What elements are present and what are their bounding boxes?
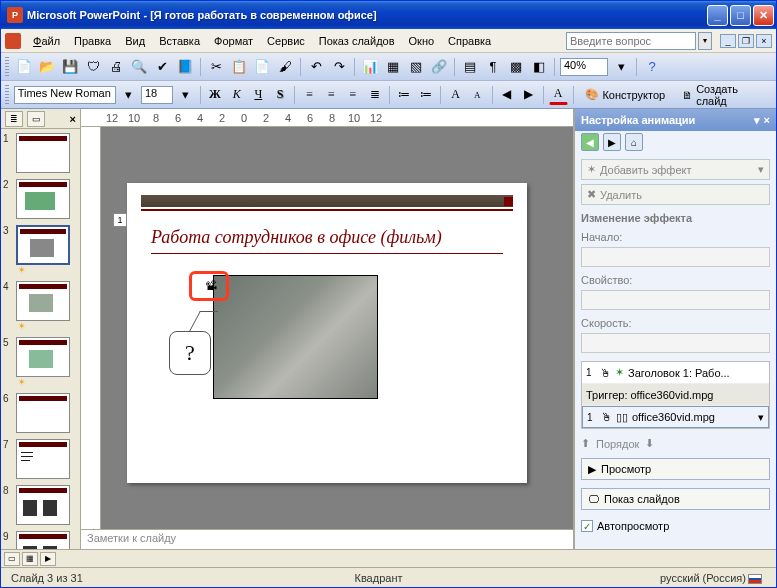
outline-close-button[interactable]: × [70,113,76,125]
menu-format[interactable]: Формат [208,33,259,49]
size-dropdown-icon[interactable]: ▾ [176,85,195,105]
slide-thumb-3[interactable] [16,225,70,265]
notes-pane[interactable]: Заметки к слайду [81,529,573,549]
distributed-button[interactable]: ≣ [365,85,384,105]
slide-thumb-2[interactable] [16,179,70,219]
menu-tools[interactable]: Сервис [261,33,311,49]
slide-thumb-6[interactable] [16,393,70,433]
close-button[interactable]: ✕ [753,5,774,26]
doc-control-icon[interactable] [5,33,21,49]
slide-thumb-9[interactable] [16,531,70,549]
undo-icon[interactable]: ↶ [306,57,326,77]
format-painter-icon[interactable]: 🖌 [275,57,295,77]
expand-all-icon[interactable]: ▤ [460,57,480,77]
slide-thumb-5[interactable] [16,337,70,377]
delete-effect-button[interactable]: ✖Удалить [581,184,770,205]
status-language[interactable]: русский (Россия) [501,572,746,584]
italic-button[interactable]: К [227,85,246,105]
nav-back-button[interactable]: ◀ [581,133,599,151]
property-select[interactable] [581,290,770,310]
horizontal-ruler[interactable]: 12108642024681012 [81,109,573,127]
show-formatting-icon[interactable]: ¶ [483,57,503,77]
tables-borders-icon[interactable]: ▧ [406,57,426,77]
ask-dropdown[interactable]: ▾ [698,32,712,50]
taskpane-close-icon[interactable]: × [764,114,770,126]
minimize-button[interactable]: _ [707,5,728,26]
zoom-dropdown-icon[interactable]: ▾ [611,57,631,77]
maximize-button[interactable]: □ [730,5,751,26]
redo-icon[interactable]: ↷ [329,57,349,77]
menu-edit[interactable]: Правка [68,33,117,49]
menu-file[interactable]: ФФайлайл [27,33,66,49]
ask-question-input[interactable] [566,32,696,50]
nav-forward-button[interactable]: ▶ [603,133,621,151]
slideshow-button[interactable]: 🖵Показ слайдов [581,488,770,510]
callout-shape[interactable]: ? [169,331,211,375]
insert-chart-icon[interactable]: 📊 [360,57,380,77]
preview-button[interactable]: ▶Просмотр [581,458,770,480]
vertical-ruler[interactable] [81,127,101,529]
insert-table-icon[interactable]: ▦ [383,57,403,77]
move-up-button[interactable]: ⬆ [581,437,590,450]
underline-button[interactable]: Ч [249,85,268,105]
start-select[interactable] [581,247,770,267]
add-effect-button[interactable]: ✶Добавить эффект▾ [581,159,770,180]
designer-button[interactable]: 🎨Конструктор [578,85,672,105]
menu-view[interactable]: Вид [119,33,151,49]
doc-close-button[interactable]: × [756,34,772,48]
slide-canvas[interactable]: 1 Работа сотрудников в офисе (фильм) 📽 ? [101,127,573,529]
print-icon[interactable]: 🖨 [106,57,126,77]
shadow-button[interactable]: S [271,85,290,105]
doc-minimize-button[interactable]: _ [720,34,736,48]
slide-thumb-8[interactable] [16,485,70,525]
animation-item[interactable]: 1 🖱 ▯▯ office360vid.mpg ▾ [582,406,769,428]
slide-title[interactable]: Работа сотрудников в офисе (фильм) [151,227,442,248]
taskpane-menu-icon[interactable]: ▾ [754,114,760,127]
toolbar-grip[interactable] [5,57,9,77]
align-left-button[interactable]: ≡ [300,85,319,105]
menu-help[interactable]: Справка [442,33,497,49]
help-icon[interactable]: ? [642,57,662,77]
bullets-button[interactable]: ≔ [417,85,436,105]
preview-icon[interactable]: 🔍 [129,57,149,77]
copy-icon[interactable]: 📋 [229,57,249,77]
item-dropdown-icon[interactable]: ▾ [758,411,764,424]
menu-insert[interactable]: Вставка [153,33,206,49]
align-right-button[interactable]: ≡ [344,85,363,105]
movie-icon[interactable]: 📽 [205,279,217,293]
decrease-font-button[interactable]: A [468,85,487,105]
color-grayscale-icon[interactable]: ◧ [529,57,549,77]
autopreview-check[interactable]: ✓Автопросмотр [581,520,770,532]
increase-font-button[interactable]: A [446,85,465,105]
font-size-combo[interactable]: 18 [141,86,173,104]
zoom-combo[interactable]: 40% [560,58,608,76]
slide-thumb-7[interactable]: ▬▬▬▬▬▬▬▬▬▬▬ [16,439,70,479]
font-color-button[interactable]: A [549,85,568,105]
toolbar-grip[interactable] [5,85,9,105]
save-icon[interactable]: 💾 [60,57,80,77]
movie-placeholder[interactable] [213,275,378,399]
permission-icon[interactable]: 🛡 [83,57,103,77]
normal-view-button[interactable]: ▭ [4,552,20,566]
menu-window[interactable]: Окно [403,33,441,49]
research-icon[interactable]: 📘 [175,57,195,77]
new-slide-button[interactable]: 🗎Создать слайд [675,85,772,105]
numbering-button[interactable]: ≔ [395,85,414,105]
grid-icon[interactable]: ▩ [506,57,526,77]
new-icon[interactable]: 📄 [14,57,34,77]
nav-home-button[interactable]: ⌂ [625,133,643,151]
doc-restore-button[interactable]: ❐ [738,34,754,48]
slide[interactable]: 1 Работа сотрудников в офисе (фильм) 📽 ? [127,183,527,483]
slide-thumb-4[interactable] [16,281,70,321]
increase-indent-button[interactable]: ▶ [519,85,538,105]
spelling-icon[interactable]: ✔ [152,57,172,77]
sorter-view-button[interactable]: ▦ [22,552,38,566]
bold-button[interactable]: Ж [206,85,225,105]
animation-item[interactable]: 1 🖱 ✶ Заголовок 1: Рабо... [582,362,769,384]
menu-slideshow[interactable]: Показ слайдов [313,33,401,49]
decrease-indent-button[interactable]: ◀ [498,85,517,105]
move-down-button[interactable]: ⬇ [645,437,654,450]
open-icon[interactable]: 📂 [37,57,57,77]
cut-icon[interactable]: ✂ [206,57,226,77]
align-center-button[interactable]: ≡ [322,85,341,105]
